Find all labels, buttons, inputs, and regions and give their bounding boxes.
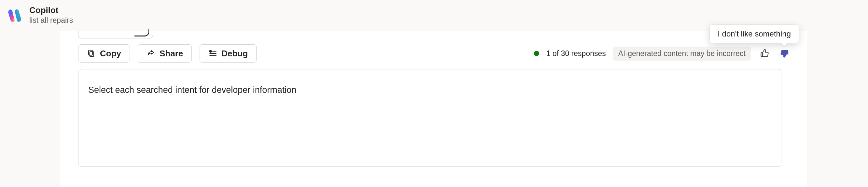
main-area: Copy Share (0, 31, 868, 187)
debug-button-label: Debug (221, 49, 248, 59)
response-counter: 1 of 30 responses (546, 49, 606, 58)
curve-glyph (134, 29, 149, 36)
share-icon (147, 49, 155, 58)
copilot-logo-icon (6, 7, 23, 24)
status-dot-icon (534, 51, 539, 56)
dislike-tooltip-text: I don't like something (718, 29, 791, 38)
dislike-tooltip: I don't like something (710, 25, 799, 43)
content-column: Copy Share (60, 31, 807, 187)
thumbs-up-button[interactable] (758, 47, 771, 60)
intent-panel: Select each searched intent for develope… (78, 69, 781, 167)
svg-rect-0 (90, 52, 94, 57)
context-subtitle: list all repairs (29, 15, 73, 25)
share-button[interactable]: Share (138, 44, 192, 63)
copy-icon (87, 49, 95, 58)
previous-card-fragment (78, 31, 153, 38)
debug-button[interactable]: Debug (199, 44, 256, 63)
header-text-block: Copilot list all repairs (29, 5, 73, 25)
debug-icon (208, 49, 217, 58)
share-button-label: Share (159, 49, 183, 59)
app-title: Copilot (29, 5, 73, 15)
intent-panel-prompt: Select each searched intent for develope… (88, 85, 771, 95)
svg-rect-1 (89, 50, 92, 55)
response-toolbar: Copy Share (78, 44, 791, 63)
status-group: 1 of 30 responses AI-generated content m… (534, 46, 791, 61)
thumbs-down-button[interactable] (778, 47, 791, 60)
copy-button[interactable]: Copy (78, 44, 130, 63)
copy-button-label: Copy (100, 49, 121, 59)
ai-disclaimer: AI-generated content may be incorrect (613, 46, 751, 61)
